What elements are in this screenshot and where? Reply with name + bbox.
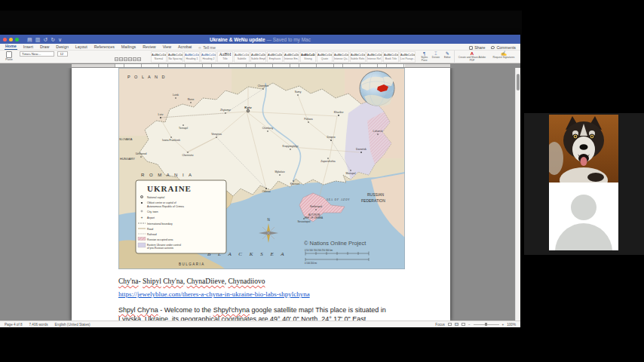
ukraine-map-image[interactable]: P O L A N D SLOVAKIA HUNGARY R O M A N I… — [118, 68, 405, 269]
customize-toolbar-chevron-icon[interactable]: ∨ — [58, 37, 62, 42]
style-heading2[interactable]: AaBbCcDdEeHeading 2 — [201, 51, 216, 63]
country-label-poland: P O L A N D — [127, 75, 166, 79]
svg-text:Kyiv: Kyiv — [244, 106, 252, 109]
number-list-icon[interactable] — [119, 57, 123, 61]
ribbon-tools: ¶ Styles Pane ⌶ Dictate ✎ Editor — [419, 51, 452, 63]
style-intense-reference[interactable]: AaBbCcDdEeIntense Ref… — [366, 51, 382, 63]
style-book-title[interactable]: AaBbCcDdEeBook Title — [383, 51, 399, 63]
country-label-russia-2: FEDERATION — [361, 198, 385, 203]
globe-inset — [360, 71, 394, 106]
style-strong[interactable]: AaBbCcDdEeStrong — [300, 51, 316, 63]
zoom-window-icon[interactable] — [15, 38, 19, 41]
participant-video-dog[interactable] — [549, 115, 618, 183]
zoom-percentage[interactable]: 100% — [507, 323, 516, 327]
style-quote[interactable]: AaBbCcDdEeQuote — [317, 51, 333, 63]
svg-text:Kherson: Kherson — [290, 183, 300, 186]
doc-heading: Chy'na- Shipyl Chy'na, ChynaDiieve, Chyn… — [118, 278, 400, 286]
vertical-scrollbar[interactable] — [515, 68, 520, 321]
tell-me-button[interactable]: ☼ Tell me — [198, 45, 216, 50]
style-subtle-emphasis[interactable]: AaBbCcDdEeSubtle Emph… — [250, 51, 266, 63]
svg-text:Mariupol: Mariupol — [345, 172, 355, 175]
tab-layout[interactable]: Layout — [75, 44, 88, 51]
indent-icon[interactable] — [128, 57, 132, 61]
font-name-select[interactable]: Times New… — [20, 51, 54, 57]
map-legend: UKRAINE National capital Oblast center o… — [136, 180, 226, 253]
language-indicator[interactable]: English (United States) — [55, 323, 90, 327]
husky-dog-webcam — [549, 115, 618, 183]
undo-icon[interactable]: ↺ — [43, 37, 48, 42]
share-button[interactable]: ↑ Share — [469, 45, 485, 50]
tab-acrobat[interactable]: Acrobat — [177, 44, 192, 51]
svg-text:Vinnytsia: Vinnytsia — [211, 133, 222, 136]
font-size-select[interactable]: 12 — [57, 51, 68, 57]
save-icon[interactable]: ▤ — [27, 37, 32, 42]
editor-button[interactable]: ✎ Editor — [443, 51, 452, 63]
zoom-out-icon[interactable]: − — [468, 323, 471, 327]
svg-text:Luhansk: Luhansk — [373, 130, 383, 133]
dictate-button[interactable]: ⌶ Dictate — [431, 51, 440, 63]
style-no-spacing[interactable]: AaBbCcDdEeNo Spacing — [167, 51, 183, 63]
styles-pane-button[interactable]: ¶ Styles Pane — [419, 51, 429, 63]
read-mode-icon[interactable] — [448, 323, 452, 326]
scrollbar-thumb[interactable] — [517, 74, 520, 90]
paste-button[interactable]: Paste — [2, 51, 17, 63]
bullet-list-icon[interactable] — [115, 57, 118, 61]
style-title[interactable]: AaBbITitle — [217, 51, 233, 63]
style-list-paragraph[interactable]: AaBbCcDdEeList Paragr… — [400, 51, 416, 63]
video-participants-panel — [524, 113, 644, 255]
focus-button[interactable]: Focus — [435, 323, 445, 327]
document-page[interactable]: P O L A N D SLOVAKIA HUNGARY R O M A N I… — [72, 68, 450, 321]
ukraine-map-svg: P O L A N D SLOVAKIA HUNGARY R O M A N I… — [118, 68, 405, 269]
create-share-adobe-pdf-button[interactable]: A Create and Share Adobe PDF — [458, 51, 486, 63]
style-normal[interactable]: AaBbCcDdEeNormal — [151, 51, 167, 63]
zoom-slider-thumb[interactable] — [485, 323, 487, 326]
svg-text:Zhytomyr: Zhytomyr — [220, 109, 232, 112]
style-intense-quote[interactable]: AaBbCcDdEeIntense Qu… — [333, 51, 349, 63]
zoom-slider[interactable] — [474, 324, 499, 325]
tab-view[interactable]: View — [162, 44, 172, 51]
avatar-head-icon — [571, 195, 596, 220]
style-subtle-reference[interactable]: AaBbCcDdEeSubtle Refe… — [350, 51, 366, 63]
paragraph-group[interactable] — [115, 51, 149, 63]
tab-review[interactable]: Review — [142, 44, 156, 51]
style-intense-emphasis[interactable]: AaBbCcDdEeIntense Em… — [284, 51, 299, 63]
tab-mailings[interactable]: Mailings — [121, 44, 136, 51]
page-indicator[interactable]: Page 4 of 8 — [5, 323, 23, 327]
country-label-russia-1: RUSSIAN — [367, 192, 385, 197]
svg-text:Lutsk: Lutsk — [173, 94, 179, 97]
doc-hyperlink[interactable]: https://jewelyblue.com/theres-a-chyna-in… — [118, 290, 310, 299]
tab-design[interactable]: Design — [55, 44, 69, 51]
tab-draw[interactable]: Draw — [39, 44, 50, 51]
svg-text:National capital: National capital — [147, 196, 164, 199]
align-left-icon[interactable] — [133, 57, 136, 61]
scale-km-labels: 0 50 100 150 200 250 300 km — [305, 249, 333, 252]
redo-icon[interactable]: ↻ — [51, 37, 55, 42]
map-watermark: © Nations Online Project — [304, 240, 366, 247]
zoom-in-icon[interactable]: + — [502, 323, 504, 327]
request-signatures-button[interactable]: ✍ Request Signatures — [489, 51, 518, 63]
print-layout-icon[interactable] — [455, 323, 458, 326]
quick-access-toolbar[interactable]: ▤ ▥ ↺ ↻ ∨ — [27, 37, 62, 42]
comments-button[interactable]: Comments — [491, 45, 516, 50]
tab-insert[interactable]: Insert — [23, 44, 34, 51]
style-heading1[interactable]: AaBbCcDdEeHeading 1 — [184, 51, 200, 63]
svg-text:Donetsk: Donetsk — [356, 148, 366, 151]
title-bar[interactable]: ▤ ▥ ↺ ↻ ∨ Ukraine & WeNu update — Saved … — [0, 35, 520, 44]
svg-text:Poltava: Poltava — [304, 118, 312, 121]
style-subtitle[interactable]: AaBbCcDdEeSubtitle — [234, 51, 250, 63]
multilevel-list-icon[interactable] — [124, 57, 127, 61]
print-icon[interactable]: ▥ — [35, 37, 41, 42]
minimize-window-icon[interactable] — [9, 38, 13, 41]
tab-references[interactable]: References — [94, 44, 115, 51]
tab-home[interactable]: Home — [5, 43, 17, 51]
document-canvas[interactable]: P O L A N D SLOVAKIA HUNGARY R O M A N I… — [0, 68, 520, 321]
styles-gallery: AaBbCcDdEeNormal AaBbCcDdEeNo Spacing Aa… — [151, 51, 418, 63]
align-center-icon[interactable] — [137, 57, 141, 61]
style-emphasis[interactable]: AaBbCcDdEeEmphasis — [267, 51, 283, 63]
web-layout-icon[interactable] — [462, 323, 465, 326]
participant-video-placeholder[interactable] — [549, 183, 618, 250]
document-text-block[interactable]: Chy'na- Shipyl Chy'na, ChynaDiieve, Chyn… — [118, 278, 400, 321]
close-window-icon[interactable] — [3, 38, 7, 41]
document-title-suffix: — Saved to my Mac — [265, 37, 311, 42]
word-count[interactable]: 7,406 words — [29, 323, 48, 327]
